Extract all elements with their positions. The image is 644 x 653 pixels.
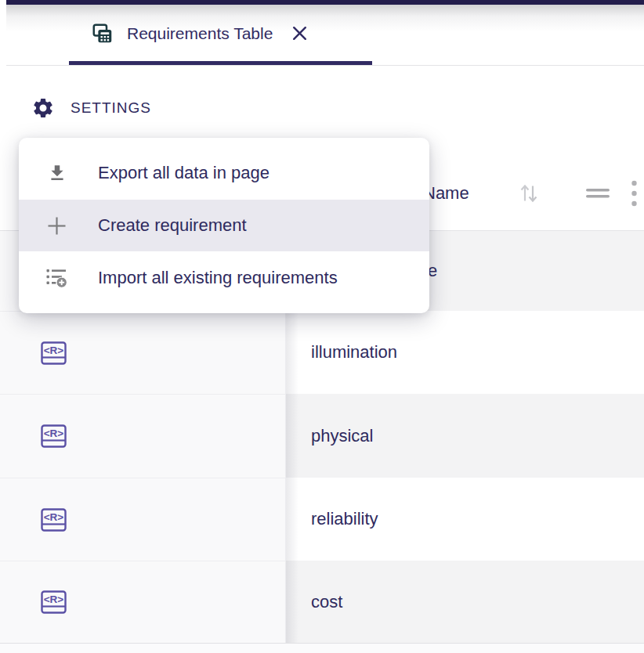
row-icon-cell: <R> <box>0 561 286 643</box>
svg-text:<R>: <R> <box>44 511 64 523</box>
settings-label: SETTINGS <box>71 99 151 117</box>
kebab-menu-icon[interactable] <box>631 180 638 207</box>
table-row[interactable]: <R> illumination <box>0 311 644 394</box>
window-top-strip <box>6 0 644 5</box>
table-row[interactable]: <R> physical <box>0 394 644 478</box>
tab-requirements-table[interactable]: Requirements Table <box>91 5 309 62</box>
row-name-cell: physical <box>286 394 644 478</box>
gear-icon <box>31 96 55 120</box>
tab-bar: Requirements Table <box>6 5 644 66</box>
row-icon-cell: <R> <box>0 478 286 561</box>
requirements-table-window: Requirements Table SETTINGS Name <box>0 0 644 653</box>
table-row[interactable]: <R> cost <box>0 561 644 643</box>
menu-item-label: Import all existing requirements <box>98 268 338 288</box>
plus-icon <box>46 215 67 236</box>
sort-icon[interactable] <box>519 182 539 205</box>
settings-dropdown-menu: Export all data in page Create requireme… <box>19 138 429 313</box>
download-icon <box>46 163 67 183</box>
menu-item-import-requirements[interactable]: Import all existing requirements <box>19 251 429 304</box>
menu-item-label: Export all data in page <box>98 163 270 183</box>
column-header-name: Name <box>423 157 469 230</box>
row-name-cell: illumination <box>286 311 644 394</box>
drag-handle-icon[interactable] <box>586 189 610 199</box>
row-name-cell: cost <box>286 561 644 643</box>
table-grid-icon <box>91 22 114 45</box>
table-row[interactable]: <R> reliability <box>0 478 644 561</box>
row-icon-cell: <R> <box>0 394 286 478</box>
table-bottom-strip <box>0 643 644 653</box>
svg-text:<R>: <R> <box>44 593 64 605</box>
row-icon-cell: <R> <box>0 311 286 394</box>
active-tab-underline <box>69 61 372 65</box>
row-name-cell: reliability <box>286 478 644 561</box>
requirement-icon: <R> <box>41 341 67 365</box>
tab-label: Requirements Table <box>127 24 273 43</box>
svg-text:<R>: <R> <box>44 345 64 356</box>
settings-button[interactable]: SETTINGS <box>31 96 151 121</box>
menu-item-label: Create requirement <box>98 215 247 236</box>
svg-text:<R>: <R> <box>44 428 64 439</box>
list-add-icon <box>46 267 67 288</box>
requirement-icon: <R> <box>41 508 67 532</box>
menu-item-export-all-data[interactable]: Export all data in page <box>19 147 429 200</box>
requirement-icon: <R> <box>41 424 67 448</box>
menu-item-create-requirement[interactable]: Create requirement <box>19 200 429 252</box>
close-icon[interactable] <box>290 23 309 43</box>
requirement-icon: <R> <box>41 590 67 614</box>
